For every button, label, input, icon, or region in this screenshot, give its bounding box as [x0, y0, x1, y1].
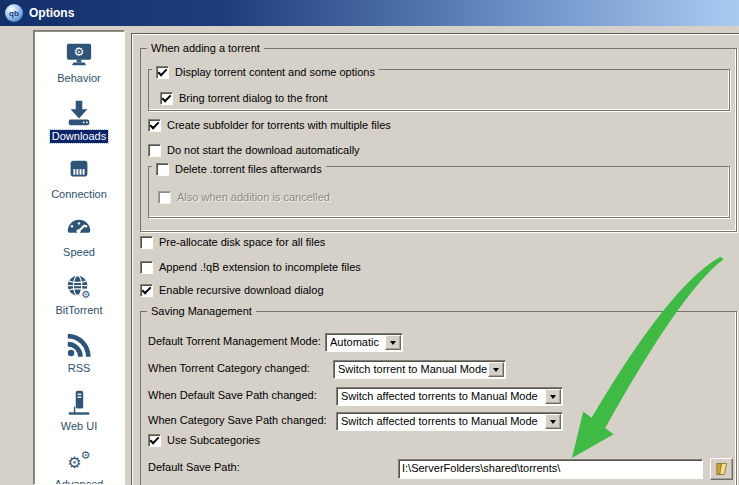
svg-text:⚙: ⚙ — [81, 449, 91, 461]
chevron-down-icon — [550, 420, 556, 424]
sidebar-item-speed[interactable]: Speed — [34, 208, 124, 266]
chevron-down-icon — [550, 395, 556, 399]
chevron-down-icon — [493, 368, 499, 372]
dropdown-button[interactable] — [545, 389, 561, 404]
dropdown-button[interactable] — [488, 362, 504, 377]
checkbox-delete-torrent-afterwards[interactable]: Delete .torrent files afterwards — [152, 161, 326, 177]
checkbox-box — [148, 434, 161, 447]
checkbox-bring-dialog-front[interactable]: Bring torrent dialog to the front — [160, 90, 328, 106]
window-title: Options — [29, 6, 74, 20]
check-icon — [150, 434, 160, 444]
dropdown-button[interactable] — [385, 335, 401, 350]
checkbox-box — [148, 144, 161, 157]
sidebar-label: Web UI — [59, 420, 99, 433]
checkbox-preallocate-disk-space[interactable]: Pre-allocate disk space for all files — [140, 234, 325, 250]
sidebar-label: Downloads — [50, 130, 108, 143]
combo-category-save-path-changed[interactable]: Switch affected torrents to Manual Mode — [336, 412, 563, 431]
checkbox-create-subfolder[interactable]: Create subfolder for torrents with multi… — [148, 117, 391, 133]
sidebar-label: Advanced — [53, 478, 106, 485]
sidebar-item-downloads[interactable]: Downloads — [34, 92, 124, 150]
downloads-arrow-icon — [64, 99, 94, 127]
svg-text:⚙: ⚙ — [74, 45, 85, 59]
sidebar-label: Connection — [49, 188, 109, 201]
sidebar-label: BitTorrent — [53, 304, 104, 317]
check-icon — [142, 284, 152, 294]
label-default-save-path-changed: When Default Save Path changed: — [148, 389, 317, 401]
checkbox-box — [140, 284, 153, 297]
dropdown-button[interactable] — [545, 414, 561, 429]
sidebar-label: Behavior — [55, 72, 102, 85]
sidebar-label: RSS — [66, 362, 93, 375]
bittorrent-globe-gear-icon: ⚙ — [64, 273, 94, 301]
group-title: When adding a torrent — [147, 42, 264, 55]
checkbox-box — [148, 119, 161, 132]
check-icon — [150, 119, 160, 129]
checkbox-use-subcategories[interactable]: Use Subcategories — [148, 432, 260, 448]
sidebar-label: Speed — [61, 246, 97, 259]
checkbox-append-qb-extension[interactable]: Append .!qB extension to incomplete file… — [140, 259, 361, 275]
checkbox-also-when-cancelled[interactable]: Also when addition is cancelled — [158, 189, 330, 205]
settings-category-list: ⚙ Behavior Downloads — [33, 30, 125, 485]
chevron-down-icon — [390, 341, 396, 345]
group-title: Saving Management — [147, 305, 256, 318]
checkbox-box — [160, 92, 173, 105]
combo-default-management-mode[interactable]: Automatic — [325, 333, 403, 352]
checkbox-box — [156, 163, 169, 176]
options-dialog: qb Options ⚙ Behavior — [0, 0, 739, 485]
check-icon — [162, 92, 172, 102]
checkbox-box — [158, 191, 171, 204]
checkbox-display-torrent-content[interactable]: Display torrent content and some options — [152, 64, 379, 80]
combo-torrent-category-changed[interactable]: Switch torrent to Manual Mode — [333, 360, 506, 379]
label-torrent-category-changed: When Torrent Category changed: — [148, 362, 310, 374]
svg-text:⚙: ⚙ — [81, 289, 90, 300]
checkbox-box — [140, 261, 153, 274]
webui-server-icon — [64, 389, 94, 417]
connection-plug-icon — [64, 157, 94, 185]
checkbox-recursive-download-dialog[interactable]: Enable recursive download dialog — [140, 282, 324, 298]
sidebar-item-advanced[interactable]: ⚙ ⚙ Advanced — [34, 440, 124, 485]
qbittorrent-logo-icon: qb — [5, 4, 23, 22]
sidebar-item-rss[interactable]: RSS — [34, 324, 124, 382]
label-category-save-path-changed: When Category Save Path changed: — [148, 414, 327, 426]
advanced-gears-icon: ⚙ ⚙ — [64, 447, 94, 475]
sidebar-item-webui[interactable]: Web UI — [34, 382, 124, 440]
sidebar-item-bittorrent[interactable]: ⚙ BitTorrent — [34, 266, 124, 324]
sidebar-item-behavior[interactable]: ⚙ Behavior — [34, 34, 124, 92]
svg-text:⚙: ⚙ — [67, 454, 81, 471]
rss-feed-icon — [64, 331, 94, 359]
check-icon — [158, 66, 168, 76]
folder-icon — [714, 462, 729, 476]
checkbox-box — [140, 236, 153, 249]
behavior-monitor-gear-icon: ⚙ — [64, 41, 94, 69]
speed-gauge-icon — [64, 215, 94, 243]
combo-default-save-path-changed[interactable]: Switch affected torrents to Manual Mode — [336, 387, 563, 406]
label-default-save-path: Default Save Path: — [148, 461, 240, 473]
default-save-path-input[interactable]: I:\ServerFolders\shared\torrents\ — [398, 459, 703, 479]
title-bar[interactable]: qb Options — [0, 0, 739, 26]
label-default-management-mode: Default Torrent Management Mode: — [148, 335, 321, 347]
checkbox-box — [156, 66, 169, 79]
browse-folder-button[interactable] — [710, 458, 733, 480]
checkbox-do-not-start-download[interactable]: Do not start the download automatically — [148, 142, 360, 158]
sidebar-item-connection[interactable]: Connection — [34, 150, 124, 208]
